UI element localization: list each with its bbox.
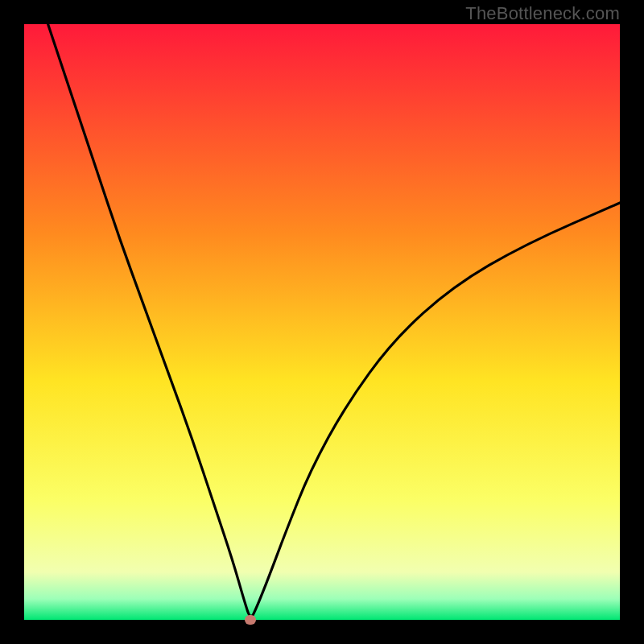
watermark-text: TheBottleneck.com xyxy=(465,3,620,24)
minimum-marker xyxy=(245,615,256,625)
plot-frame xyxy=(24,24,620,620)
gradient-bg xyxy=(24,24,620,620)
plot-svg xyxy=(24,24,620,620)
